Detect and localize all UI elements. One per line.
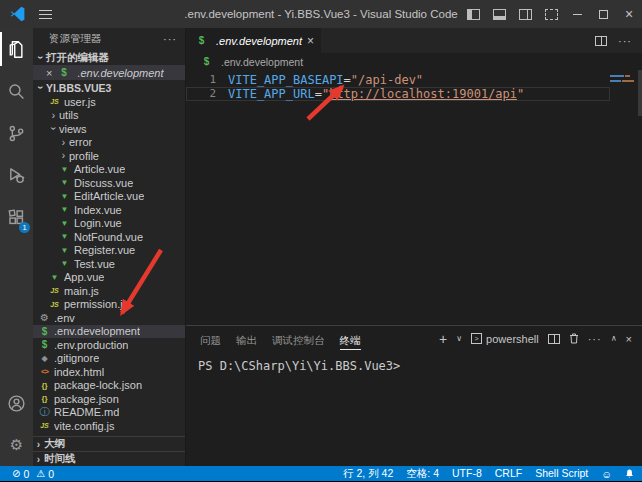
- vue-file-icon: [58, 232, 71, 241]
- tree-item[interactable]: package.json: [33, 392, 185, 406]
- timeline-section[interactable]: › 时间线: [33, 451, 185, 466]
- toggle-sidebar-icon[interactable]: [460, 0, 486, 28]
- tree-item-label: Login.vue: [74, 217, 122, 229]
- panel-tab[interactable]: 终端: [340, 329, 361, 350]
- code-line[interactable]: 1VITE_APP_BASEAPI="/api-dev": [186, 73, 610, 87]
- tree-item-label: Index.vue: [74, 204, 122, 216]
- close-panel-icon[interactable]: ×: [626, 333, 632, 345]
- split-terminal-icon[interactable]: [548, 334, 560, 344]
- problems-status[interactable]: ⊘ 0 ⚠ 0: [8, 468, 54, 480]
- tree-item[interactable]: vite.config.js: [33, 419, 185, 433]
- code-editor[interactable]: 1VITE_APP_BASEAPI="/api-dev"2VITE_APP_UR…: [186, 70, 642, 325]
- new-terminal-icon[interactable]: +: [439, 332, 447, 346]
- tab-env-development[interactable]: .env.development ×: [186, 28, 321, 53]
- tab-close-icon[interactable]: ×: [307, 34, 314, 48]
- tree-item[interactable]: main.js: [33, 284, 185, 298]
- terminal-shell-item[interactable]: > powershell: [471, 333, 539, 345]
- tree-item-label: Discuss.vue: [74, 177, 133, 189]
- status-item[interactable]: CRLF: [495, 467, 522, 481]
- tree-item[interactable]: .env.development: [33, 325, 185, 339]
- settings-gear-icon[interactable]: ⚙: [0, 424, 33, 466]
- timeline-label: 时间线: [44, 452, 76, 466]
- tree-item[interactable]: package-lock.json: [33, 379, 185, 393]
- tree-item[interactable]: .gitignore: [33, 352, 185, 366]
- feedback-icon[interactable]: ☺: [601, 468, 612, 480]
- quote: ": [517, 87, 524, 101]
- maximize-button[interactable]: [590, 0, 616, 28]
- panel-tab[interactable]: 问题: [200, 329, 221, 349]
- explorer-icon[interactable]: [0, 28, 33, 70]
- bottom-panel: 问题输出调试控制台终端 + ∨ > powershell ···: [186, 325, 642, 466]
- explorer-sidebar: 资源管理器 ··· › 打开的编辑器 × .env.development › …: [33, 28, 186, 466]
- open-editor-item[interactable]: × .env.development: [33, 65, 185, 80]
- status-right: 行 2, 列 42空格: 4UTF-8CRLFShell Script ☺: [343, 467, 634, 481]
- tree-item[interactable]: App.vue: [33, 271, 185, 285]
- tree-item-label: Test.vue: [74, 258, 115, 270]
- tree-item[interactable]: › views: [33, 122, 185, 136]
- run-debug-icon[interactable]: [0, 154, 33, 196]
- tree-item[interactable]: Index.vue: [33, 203, 185, 217]
- split-editor-icon[interactable]: [595, 36, 607, 46]
- menu-button[interactable]: [39, 10, 52, 19]
- editor-group: .env.development × ··· .env.development …: [186, 28, 642, 466]
- panel-tabs: 问题输出调试控制台终端: [200, 330, 376, 348]
- tree-item[interactable]: permission.js: [33, 298, 185, 312]
- sidebar-more-actions-icon[interactable]: ···: [163, 33, 177, 45]
- source-control-icon[interactable]: [0, 112, 33, 154]
- tree-item[interactable]: EditArticle.vue: [33, 190, 185, 204]
- warning-icon: ⚠: [36, 468, 45, 479]
- tree-item[interactable]: Login.vue: [33, 217, 185, 231]
- search-icon[interactable]: [0, 70, 33, 112]
- kill-terminal-icon[interactable]: [569, 333, 579, 344]
- status-bar: ⊘ 0 ⚠ 0 行 2, 列 42空格: 4UTF-8CRLFShell Scr…: [0, 466, 642, 481]
- status-item[interactable]: 行 2, 列 42: [343, 467, 393, 481]
- extensions-icon[interactable]: 1: [0, 196, 33, 238]
- customize-layout-icon[interactable]: [538, 0, 564, 28]
- env-value: "/api-dev": [351, 73, 423, 87]
- status-item[interactable]: Shell Script: [535, 467, 588, 481]
- tree-item[interactable]: .env: [33, 311, 185, 325]
- js-file-icon: [48, 98, 61, 105]
- tree-item[interactable]: › profile: [33, 149, 185, 163]
- editor-tab-bar: .env.development × ···: [186, 28, 642, 53]
- breadcrumb[interactable]: .env.development: [186, 53, 642, 70]
- minimap-mark: [610, 75, 624, 77]
- title-bar: .env.development - Yi.BBS.Vue3 - Visual …: [0, 0, 642, 28]
- tree-item[interactable]: › error: [33, 136, 185, 150]
- editor-scrollbar[interactable]: [638, 70, 642, 116]
- toggle-panel-icon[interactable]: [486, 0, 512, 28]
- tree-item[interactable]: Test.vue: [33, 257, 185, 271]
- status-item[interactable]: UTF-8: [452, 467, 482, 481]
- notifications-bell-icon[interactable]: [625, 469, 634, 479]
- url-link[interactable]: http://localhost:19001/api: [329, 87, 517, 101]
- tree-item[interactable]: README.md: [33, 406, 185, 420]
- panel-tab[interactable]: 输出: [236, 329, 257, 349]
- tree-item[interactable]: index.html: [33, 365, 185, 379]
- panel-tab[interactable]: 调试控制台: [272, 329, 325, 349]
- close-editor-icon[interactable]: ×: [46, 67, 52, 79]
- minimize-button[interactable]: [564, 0, 590, 28]
- tree-item[interactable]: › utils: [33, 109, 185, 123]
- tree-item[interactable]: Register.vue: [33, 244, 185, 258]
- code-line[interactable]: 2VITE_APP_URL="http://localhost:19001/ap…: [186, 87, 610, 101]
- maximize-panel-icon[interactable]: ∨: [611, 334, 617, 343]
- status-item[interactable]: 空格: 4: [406, 467, 439, 481]
- tree-item[interactable]: NotFound.vue: [33, 230, 185, 244]
- panel-actions: + ∨ > powershell ··· ∨ ×: [439, 332, 632, 346]
- open-editors-section[interactable]: › 打开的编辑器: [33, 50, 185, 65]
- tree-item[interactable]: user.js: [33, 95, 185, 109]
- minimap[interactable]: [608, 72, 638, 132]
- outline-section[interactable]: › 大纲: [33, 436, 185, 451]
- tree-item[interactable]: .env.production: [33, 338, 185, 352]
- tree-item[interactable]: Discuss.vue: [33, 176, 185, 190]
- terminal-dropdown-icon[interactable]: ∨: [456, 334, 462, 343]
- tree-item[interactable]: Article.vue: [33, 163, 185, 177]
- terminal-output[interactable]: PS D:\CSharp\Yi\Yi.BBS.Vue3>: [186, 351, 642, 466]
- more-actions-icon[interactable]: ···: [618, 35, 632, 47]
- panel-more-icon[interactable]: ···: [588, 333, 602, 345]
- project-section-header[interactable]: › YI.BBS.VUE3: [33, 80, 185, 95]
- close-button[interactable]: ×: [616, 0, 642, 28]
- account-icon[interactable]: [0, 382, 33, 424]
- vue-file-icon: [58, 178, 71, 187]
- toggle-secondary-sidebar-icon[interactable]: [512, 0, 538, 28]
